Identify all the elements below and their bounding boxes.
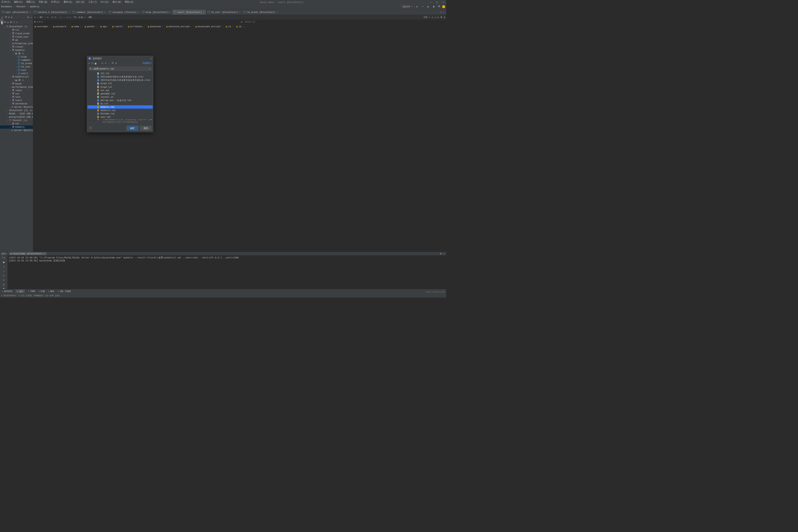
- up-icon[interactable]: ↑: [3, 265, 4, 268]
- file-item[interactable]: blog2.txt: [88, 86, 153, 89]
- menu-item[interactable]: 运行(U): [76, 0, 85, 4]
- filter-where-icon[interactable]: ▼: [34, 21, 36, 23]
- filter-icon[interactable]: ⦾: [55, 16, 56, 18]
- gear-icon[interactable]: ⚙: [440, 252, 441, 255]
- close-icon[interactable]: ×: [44, 252, 45, 255]
- refresh-icon[interactable]: ⟳: [112, 62, 114, 64]
- file-item[interactable]: 2022年软件测试大赛省赛晋级决赛晋级名单.xlsx: [88, 79, 153, 82]
- editor-tab[interactable]: console_9 [@localhost]×: [32, 9, 71, 15]
- tree-item[interactable]: ›comment: [0, 58, 33, 62]
- column-header[interactable]: ▦id.÷: [235, 24, 246, 29]
- prev-page-icon[interactable]: ‹: [37, 16, 38, 18]
- tree-item[interactable]: ›@localhost [2]16: [0, 109, 33, 112]
- down-icon[interactable]: ↓: [3, 270, 4, 272]
- tree-item[interactable]: ›information_schema: [0, 41, 33, 45]
- run-config-dropdown[interactable]: 当前文件▾: [401, 5, 414, 8]
- show-hidden-icon[interactable]: ◎: [115, 62, 117, 64]
- path-dropdown-icon[interactable]: ▾: [148, 67, 152, 71]
- file-item[interactable]: mybatis1.sql: [88, 109, 153, 112]
- gear-icon[interactable]: ⚙: [27, 16, 29, 19]
- tree-item[interactable]: ›redis: [0, 89, 33, 92]
- tree-item[interactable]: ›Server Objects: [0, 106, 33, 109]
- maximize-icon[interactable]: ▢: [436, 1, 439, 3]
- tree-item[interactable]: ›tb_user: [0, 65, 33, 69]
- column-header[interactable]: ▦phonenum4_encrypt÷: [194, 24, 224, 29]
- file-item[interactable]: my.cnf: [88, 102, 153, 106]
- column-header[interactable]: ▦limit1÷: [111, 24, 126, 29]
- file-item[interactable]: goat解析.txt: [88, 92, 153, 95]
- tree-item[interactable]: ⌄mybatis: [0, 48, 33, 52]
- tree-item[interactable]: iii: [0, 28, 33, 32]
- stop-icon[interactable]: ■: [3, 261, 4, 264]
- breadcrumb-item[interactable]: mybatis: [30, 5, 39, 8]
- tree-item[interactable]: ›blog: [0, 55, 33, 58]
- run-process-tab[interactable]: ▶ mysqldump (@localhost) ×: [9, 252, 47, 255]
- tree-item[interactable]: ⌄mybatis: [0, 125, 33, 129]
- docs-icon[interactable]: ☷: [10, 21, 12, 23]
- column-header[interactable]: ▦phonenum_encrypt÷: [165, 24, 194, 29]
- column-header[interactable]: ▦password÷: [52, 24, 70, 29]
- tree-item[interactable]: ⌄表6: [0, 52, 33, 55]
- delete-icon[interactable]: ✕: [105, 62, 106, 64]
- stop-icon[interactable]: ▭: [7, 21, 8, 23]
- file-item[interactable]: install.sh: [88, 95, 153, 99]
- toolwindow-button[interactable]: ▸运行: [16, 290, 25, 293]
- tree-item[interactable]: ⌄mybatis111: [0, 75, 33, 78]
- menu-item[interactable]: 视图(V): [26, 0, 35, 4]
- tree-item[interactable]: ›sys: [0, 92, 33, 95]
- tree-item[interactable]: ›user: [0, 69, 33, 72]
- new-folder-icon[interactable]: ▦: [102, 62, 103, 64]
- tree-item[interactable]: ›cloud_order: [0, 32, 33, 35]
- file-item[interactable]: car.sql: [88, 89, 153, 92]
- close-icon[interactable]: ×: [276, 11, 278, 13]
- eye-icon[interactable]: 👁: [441, 16, 442, 18]
- column-header[interactable]: ▦phonenum÷: [146, 24, 165, 29]
- print-icon[interactable]: ⎙: [3, 283, 4, 286]
- stack-icon[interactable]: ≡: [8, 16, 10, 19]
- collapse-icon[interactable]: —: [31, 16, 32, 19]
- rerun-icon[interactable]: ⟳▶: [2, 256, 5, 259]
- file-item[interactable]: user.sql: [88, 115, 153, 119]
- next-page-icon[interactable]: ›: [44, 16, 46, 18]
- tree-item[interactable]: ›car: [0, 122, 33, 125]
- file-item[interactable]: Postman.lnk: [88, 112, 153, 115]
- tree-item[interactable]: ›itcast: [0, 45, 33, 48]
- tree-item[interactable]: ›表2: [0, 78, 33, 82]
- stop-icon[interactable]: ■: [432, 5, 435, 8]
- reload-icon[interactable]: ⟳: [52, 16, 53, 18]
- column-header[interactable]: ▦id÷: [224, 24, 235, 29]
- editor-tab[interactable]: carqueue [Tencent]×: [107, 9, 141, 15]
- desktop-icon[interactable]: ▢: [92, 62, 93, 64]
- path-input[interactable]: [89, 67, 148, 71]
- sql-icon[interactable]: ⌗: [14, 21, 15, 23]
- editor-tab[interactable]: user1 [@localhost]×: [173, 9, 206, 15]
- last-page-icon[interactable]: »: [47, 16, 49, 18]
- file-item[interactable]: 2022全国软件测试大赛省赛获奖名单.xlsx: [88, 75, 153, 78]
- toolwindow-button[interactable]: ▸SQL 生成器: [58, 290, 71, 292]
- add-row-icon[interactable]: ＋: [59, 16, 61, 19]
- toolwindow-button[interactable]: ▸服务: [48, 290, 55, 292]
- home-icon[interactable]: ⌂: [89, 62, 90, 64]
- tree-item[interactable]: ›test: [0, 95, 33, 98]
- cancel-button[interactable]: 取消: [140, 126, 152, 131]
- menu-item[interactable]: 窗口(W): [112, 0, 122, 4]
- filter-icon[interactable]: ⧩: [5, 16, 7, 19]
- menu-item[interactable]: Git(G): [100, 0, 109, 4]
- refresh-icon[interactable]: ⟳: [4, 21, 6, 23]
- menu-item[interactable]: 编辑(E): [14, 0, 23, 4]
- menu-item[interactable]: 导航(N): [39, 0, 48, 4]
- ddl-button[interactable]: DDL: [89, 16, 92, 18]
- search-icon[interactable]: 🔍: [438, 5, 441, 8]
- tree-item[interactable]: ›cloud_user: [0, 35, 33, 38]
- column-header[interactable]: ▦username÷: [33, 24, 52, 29]
- close-icon[interactable]: ×: [68, 11, 70, 13]
- tree-item[interactable]: ›postgres@192.168.190.12: [0, 115, 33, 119]
- tree-item[interactable]: ›performance_schema: [0, 85, 33, 89]
- column-header[interactable]: ▦birthdate÷: [126, 24, 146, 29]
- editor-tab[interactable]: comment [@localhost]×: [71, 9, 107, 15]
- tree-item[interactable]: ›user1: [0, 72, 33, 75]
- tree-item[interactable]: ›warehouse: [0, 102, 33, 105]
- project-icon[interactable]: ▅: [95, 62, 96, 64]
- host-item[interactable]: ⌄ @localhost 15: [0, 25, 33, 28]
- file-item[interactable]: blog1.txt: [88, 82, 153, 86]
